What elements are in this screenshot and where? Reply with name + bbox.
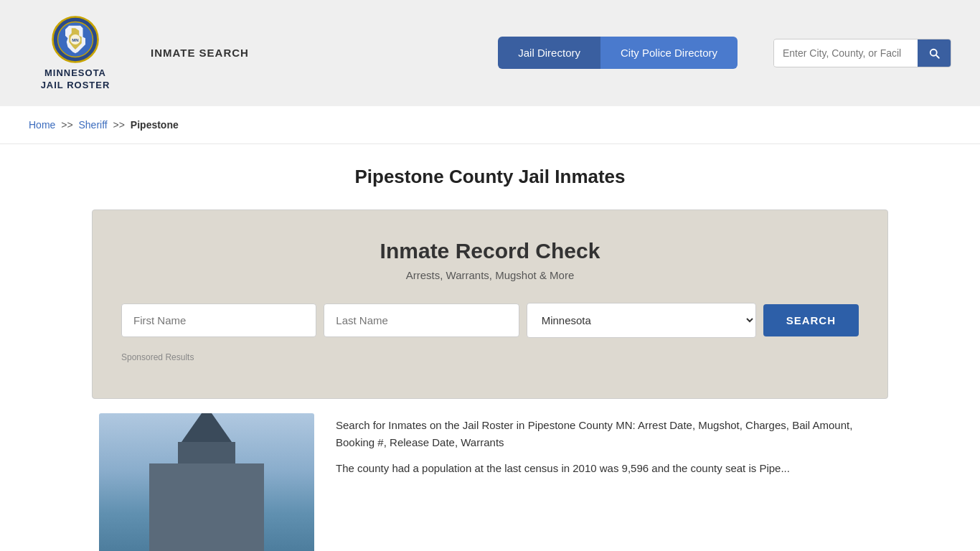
search-icon xyxy=(928,47,941,60)
record-check-container: Inmate Record Check Arrests, Warrants, M… xyxy=(92,209,888,399)
breadcrumb-sep2: >> xyxy=(113,119,125,131)
site-header: MN MINNESOTA JAIL ROSTER INMATE SEARCH J… xyxy=(0,0,980,106)
sponsored-results-label: Sponsored Results xyxy=(121,352,859,362)
record-check-form: AlabamaAlaskaArizonaArkansasCaliforniaCo… xyxy=(121,303,859,338)
breadcrumb: Home >> Sheriff >> Pipestone xyxy=(0,106,980,144)
breadcrumb-sheriff[interactable]: Sheriff xyxy=(79,119,108,131)
jail-directory-button[interactable]: Jail Directory xyxy=(498,37,600,69)
logo-area: MN MINNESOTA JAIL ROSTER xyxy=(29,14,122,92)
record-search-button[interactable]: SEARCH xyxy=(763,304,859,336)
building-body xyxy=(149,463,264,551)
nav-buttons: Jail Directory City Police Directory xyxy=(498,37,738,69)
breadcrumb-current: Pipestone xyxy=(131,119,179,131)
city-police-directory-button[interactable]: City Police Directory xyxy=(600,37,738,69)
page-title-area: Pipestone County Jail Inmates xyxy=(0,144,980,195)
header-search-area xyxy=(773,39,951,67)
last-name-input[interactable] xyxy=(324,303,519,337)
first-name-input[interactable] xyxy=(121,303,316,337)
site-logo: MN xyxy=(50,14,100,65)
building-dome xyxy=(182,413,232,442)
record-check-subtitle: Arrests, Warrants, Mugshot & More xyxy=(121,269,859,281)
bottom-section: Search for Inmates on the Jail Roster in… xyxy=(92,413,888,551)
page-title: Pipestone County Jail Inmates xyxy=(14,166,966,188)
header-search-input[interactable] xyxy=(774,40,918,66)
logo-text: MINNESOTA JAIL ROSTER xyxy=(41,67,110,92)
state-select[interactable]: AlabamaAlaskaArizonaArkansasCaliforniaCo… xyxy=(527,303,756,338)
header-search-button[interactable] xyxy=(918,39,951,67)
description-text1: Search for Inmates on the Jail Roster in… xyxy=(336,417,881,451)
building-image xyxy=(99,413,314,551)
breadcrumb-home[interactable]: Home xyxy=(29,119,55,131)
record-check-title: Inmate Record Check xyxy=(121,239,859,263)
svg-text:MN: MN xyxy=(72,37,79,42)
inmate-search-link[interactable]: INMATE SEARCH xyxy=(151,47,249,59)
description-text2: The county had a population at the last … xyxy=(336,460,881,477)
description-area: Search for Inmates on the Jail Roster in… xyxy=(336,413,881,551)
building-dome-base xyxy=(178,442,235,463)
breadcrumb-sep1: >> xyxy=(61,119,72,131)
